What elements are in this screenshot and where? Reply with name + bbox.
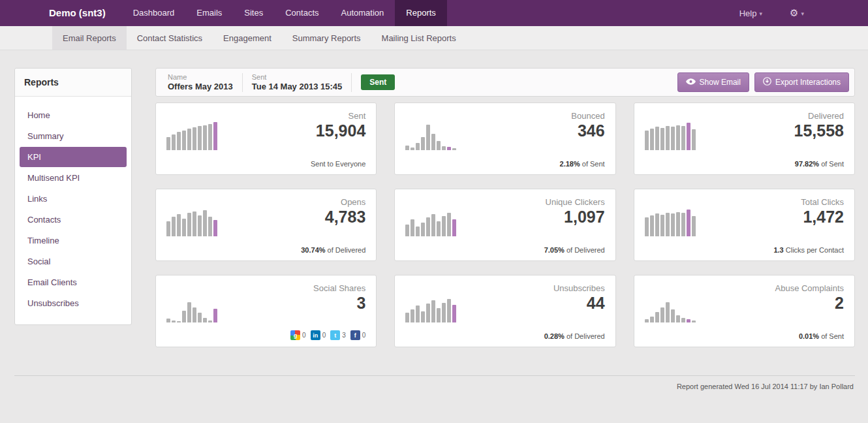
sent-date-value: Tue 14 May 2013 15:45 <box>252 82 343 92</box>
card-value: 346 <box>578 121 605 140</box>
linkedin-count: 0 <box>322 332 326 339</box>
abuse-complaints-minichart <box>645 289 710 322</box>
card-stat: 1.3 Clicks per Contact <box>773 246 844 254</box>
card-title: Abuse Complaints <box>775 283 845 293</box>
card-stat: 97.82% of Sent <box>795 160 844 168</box>
caret-down-icon: ▾ <box>801 10 804 17</box>
kpi-card-bounced: Bounced 346 2.18% of Sent <box>394 102 615 175</box>
card-stat: 2.18% of Sent <box>560 160 605 168</box>
total-clicks-minichart <box>645 202 710 236</box>
card-value: 4,783 <box>325 207 366 227</box>
card-title: Bounced <box>571 111 604 121</box>
sent-label: Sent <box>252 73 343 82</box>
nav-item-automation[interactable]: Automation <box>330 0 395 26</box>
card-value: 1,097 <box>564 207 605 227</box>
card-stat: 30.74% of Delivered <box>301 246 365 254</box>
sidebar-item-home[interactable]: Home <box>20 105 127 125</box>
card-value: 1,472 <box>803 207 844 227</box>
sidebar-item-multisend-kpi[interactable]: Multisend KPI <box>20 168 127 188</box>
nav-item-contacts[interactable]: Contacts <box>274 0 330 26</box>
card-stat: 0.01% of Sent <box>799 332 844 340</box>
kpi-card-abuse-complaints: Abuse Complaints 2 0.01% of Sent <box>634 275 855 347</box>
card-title: Total Clicks <box>801 197 844 207</box>
sidebar-title: Reports <box>15 69 131 97</box>
tab-contact-statistics[interactable]: Contact Statistics <box>127 26 213 50</box>
eye-icon <box>686 78 696 87</box>
sidebar-item-contacts[interactable]: Contacts <box>20 210 127 230</box>
card-title: Sent <box>349 111 366 121</box>
card-value: 3 <box>356 293 365 313</box>
card-stat: Sent to Everyone <box>311 160 365 168</box>
tab-mailing-list-reports[interactable]: Mailing List Reports <box>371 26 467 50</box>
googleplus-icon: g <box>290 330 300 340</box>
export-interactions-button[interactable]: Export Interactions <box>754 72 849 92</box>
reports-sidebar: Reports Home Summary KPI Multisend KPI L… <box>14 68 132 325</box>
sidebar-item-summary[interactable]: Summary <box>20 126 127 146</box>
kpi-card-opens: Opens 4,783 30.74% of Delivered <box>155 189 377 261</box>
name-label: Name <box>168 73 233 82</box>
nav-item-reports[interactable]: Reports <box>395 0 447 26</box>
twitter-count: 3 <box>342 332 346 339</box>
card-title: Social Shares <box>313 283 365 293</box>
kpi-card-sent: Sent 15,904 Sent to Everyone <box>155 102 377 175</box>
nav-item-emails[interactable]: Emails <box>185 0 233 26</box>
tab-email-reports[interactable]: Email Reports <box>52 26 127 50</box>
export-download-icon <box>763 77 771 87</box>
campaign-info-bar: Name Offers May 2013 Sent Tue 14 May 201… <box>155 68 855 97</box>
brand-title: Demo (snt3) <box>0 0 106 26</box>
kpi-card-total-clicks: Total Clicks 1,472 1.3 Clicks per Contac… <box>634 189 855 261</box>
delivered-minichart <box>645 116 710 150</box>
status-badge: Sent <box>361 74 395 90</box>
social-shares-minichart <box>166 289 232 322</box>
card-title: Opens <box>341 197 365 207</box>
settings-menu[interactable]: ⚙▾ <box>790 7 804 19</box>
sidebar-item-unsubscribes[interactable]: Unsubscribes <box>20 293 127 313</box>
kpi-cards-grid: Sent 15,904 Sent to Everyone Bounced 346… <box>155 102 855 347</box>
kpi-card-unique-clickers: Unique Clickers 1,097 7.05% of Delivered <box>394 189 615 261</box>
kpi-card-unsubscribes: Unsubscribes 44 0.28% of Delivered <box>394 275 615 347</box>
tab-summary-reports[interactable]: Summary Reports <box>282 26 371 50</box>
report-generated-footer: Report generated Wed 16 Jul 2014 11:17 b… <box>14 375 855 390</box>
card-stat: 0.28% of Delivered <box>544 332 605 340</box>
kpi-card-delivered: Delivered 15,558 97.82% of Sent <box>634 102 855 175</box>
twitter-icon: t <box>330 330 340 340</box>
card-title: Delivered <box>808 111 844 121</box>
sidebar-item-kpi[interactable]: KPI <box>20 147 127 167</box>
unique-clickers-minichart <box>405 202 471 236</box>
campaign-name-block: Name Offers May 2013 <box>159 73 243 92</box>
nav-item-dashboard[interactable]: Dashboard <box>122 0 186 26</box>
card-title: Unsubscribes <box>553 283 605 293</box>
opens-minichart <box>166 202 232 236</box>
sent-minichart <box>166 116 232 150</box>
card-stat: 7.05% of Delivered <box>544 246 605 254</box>
sidebar-item-social[interactable]: Social <box>20 251 127 272</box>
unsubscribes-minichart <box>405 289 471 322</box>
social-share-counts: g0 in0 t3 f0 <box>286 330 365 340</box>
kpi-card-social-shares: Social Shares 3 g0 in0 t3 f0 <box>155 275 377 347</box>
card-value: 2 <box>835 293 844 313</box>
sidebar-item-timeline[interactable]: Timeline <box>20 230 127 251</box>
sidebar-item-email-clients[interactable]: Email Clients <box>20 272 127 292</box>
card-value: 44 <box>587 293 605 313</box>
nav-item-sites[interactable]: Sites <box>233 0 274 26</box>
campaign-name-value: Offers May 2013 <box>168 82 233 92</box>
show-email-button[interactable]: Show Email <box>677 72 749 92</box>
card-value: 15,558 <box>794 121 844 140</box>
card-value: 15,904 <box>316 121 365 140</box>
facebook-count: 0 <box>362 332 366 339</box>
gear-icon: ⚙ <box>790 7 798 18</box>
campaign-sent-block: Sent Tue 14 May 2013 15:45 <box>243 73 352 92</box>
top-navbar: Demo (snt3) Dashboard Emails Sites Conta… <box>0 0 868 26</box>
reports-subnav: Email Reports Contact Statistics Engagem… <box>0 26 868 50</box>
linkedin-icon: in <box>311 330 320 340</box>
sidebar-item-links[interactable]: Links <box>20 189 127 209</box>
googleplus-count: 0 <box>302 332 306 339</box>
help-menu[interactable]: Help▾ <box>739 8 762 18</box>
facebook-icon: f <box>350 330 360 340</box>
tab-engagement[interactable]: Engagement <box>213 26 282 50</box>
main-nav: Dashboard Emails Sites Contacts Automati… <box>122 0 447 26</box>
caret-down-icon: ▾ <box>759 10 762 17</box>
card-title: Unique Clickers <box>546 197 605 207</box>
bounced-minichart <box>405 116 471 150</box>
